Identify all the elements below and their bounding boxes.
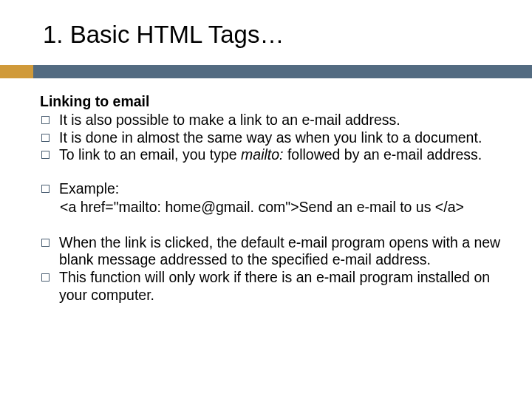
list-item: Example: <a href="mailto: home@gmail. co… [40,180,511,216]
list-item: This function will only work if there is… [40,269,511,304]
list-item: When the link is clicked, the default e-… [40,234,511,270]
bullet-text: It is done in almost the same way as whe… [59,129,482,146]
accent-bar [0,65,532,78]
bullet-text: Example: [59,180,119,197]
list-item: It is done in almost the same way as whe… [40,129,511,147]
bullet-text: This function will only work if there is… [59,269,490,303]
bullet-text-italic: mailto: [241,146,283,163]
accent-left [0,65,33,78]
bullet-text-before: To link to an email, you type [59,146,241,163]
bullet-text: It is also possible to make a link to an… [59,112,400,128]
bullet-text: When the link is clicked, the default e-… [59,234,500,268]
title-block: 1. Basic HTML Tags… [30,21,502,49]
slide: 1. Basic HTML Tags… Linking to email It … [0,0,532,399]
accent-right [33,65,532,78]
subheading: Linking to email [40,93,511,111]
list-item: To link to an email, you type mailto: fo… [40,146,511,164]
bullet-group-2: Example: <a href="mailto: home@gmail. co… [40,180,511,216]
bullet-text-after: followed by an e-mail address. [283,146,482,163]
bullet-group-1: It is also possible to make a link to an… [40,112,511,164]
list-item: It is also possible to make a link to an… [40,112,511,129]
slide-title: 1. Basic HTML Tags… [43,21,502,49]
example-code: <a href="mailto: home@gmail. com">Send a… [59,199,511,216]
content-area: Linking to email It is also possible to … [40,93,511,304]
bullet-group-3: When the link is clicked, the default e-… [40,234,511,304]
